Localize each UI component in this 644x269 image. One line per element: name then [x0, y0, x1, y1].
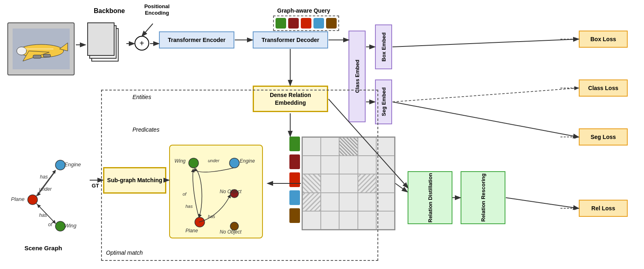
query-square-red — [301, 18, 311, 29]
svg-rect-8 — [25, 48, 53, 50]
feature-maps — [86, 20, 126, 63]
svg-line-24 — [393, 88, 578, 102]
svg-line-39 — [36, 170, 55, 196]
matrix-cell-4-4 — [376, 211, 395, 229]
query-square-darkred — [288, 18, 299, 29]
svg-rect-6 — [33, 55, 41, 58]
svg-point-38 — [55, 221, 65, 231]
graph-aware-query-label: Graph-aware Query — [277, 7, 330, 14]
svg-rect-11 — [88, 23, 114, 55]
scene-graph-label: Scene Graph — [24, 245, 62, 251]
transformer-decoder: Transformer Decoder — [253, 31, 328, 49]
matrix-cell-1-4 — [376, 156, 395, 174]
svg-text:Wing: Wing — [64, 223, 77, 229]
gt-label: GT — [92, 183, 99, 189]
svg-line-42 — [37, 205, 55, 223]
class-loss-box: Class Loss — [579, 79, 628, 97]
matrix-cell-3-4 — [376, 193, 395, 211]
svg-line-25 — [393, 102, 578, 137]
svg-text:has: has — [40, 174, 48, 180]
seg-loss-box: Seg Loss — [579, 128, 628, 146]
transformer-encoder: Transformer Encoder — [159, 31, 234, 49]
positional-encoding-label: Positional Encoding — [135, 3, 179, 16]
svg-line-14 — [142, 24, 153, 36]
svg-point-36 — [28, 195, 37, 205]
query-color-squares — [273, 15, 339, 31]
query-square-brown — [326, 18, 337, 29]
rel-loss-box: Rel Loss — [579, 200, 628, 217]
svg-line-40 — [37, 171, 55, 196]
matrix-cell-0-4 — [376, 137, 395, 156]
svg-line-26 — [506, 198, 578, 208]
svg-line-41 — [36, 203, 55, 223]
svg-rect-7 — [43, 54, 51, 57]
dashed-region — [101, 90, 378, 261]
matrix-cell-2-4 — [376, 174, 395, 192]
svg-text:Engine: Engine — [64, 161, 81, 168]
box-embed: Box Embed — [375, 24, 392, 69]
svg-line-28 — [395, 183, 407, 192]
backbone-label: Backbone — [94, 7, 125, 15]
svg-point-37 — [55, 160, 65, 170]
svg-text:Plane: Plane — [11, 196, 24, 202]
query-square-blue — [313, 18, 324, 29]
svg-text:of: of — [48, 222, 53, 227]
airplane-image — [7, 22, 75, 75]
query-square-green — [276, 18, 286, 29]
svg-line-23 — [393, 39, 578, 47]
box-loss-box: Box Loss — [579, 31, 628, 48]
svg-text:under: under — [39, 186, 52, 192]
svg-text:has: has — [39, 212, 47, 218]
relation-rescoring: Relation Rescoring — [461, 171, 505, 224]
plus-symbol: + — [135, 36, 149, 51]
relation-distillation: Relation Distillation — [408, 171, 452, 224]
